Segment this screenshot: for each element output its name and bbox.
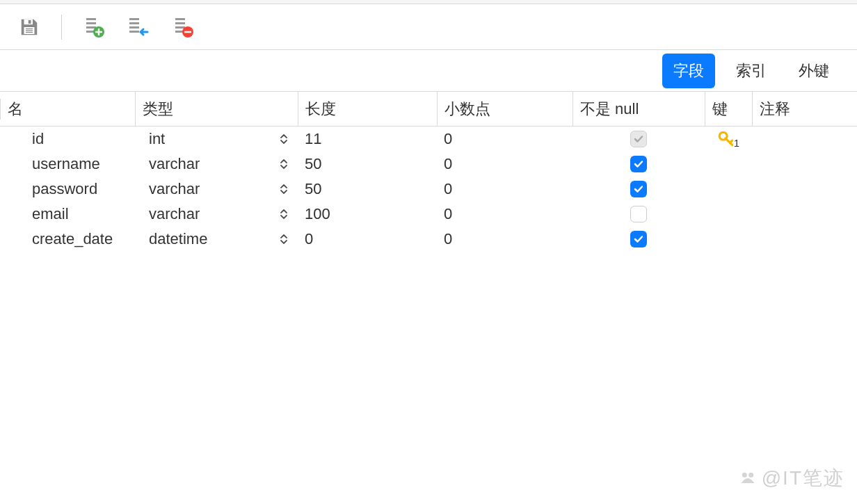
svg-point-27 (748, 473, 753, 478)
svg-rect-1 (29, 20, 31, 24)
not-null-checkbox[interactable] (630, 181, 647, 197)
svg-rect-19 (175, 26, 185, 29)
column-header-key[interactable]: 键 (712, 99, 728, 120)
save-button[interactable] (17, 15, 42, 40)
not-null-checkbox[interactable] (630, 131, 647, 147)
field-decimal-cell[interactable]: 0 (437, 227, 572, 252)
field-type-cell[interactable]: int (135, 127, 270, 152)
field-name-cell[interactable]: create_date (0, 227, 135, 252)
svg-rect-14 (129, 22, 139, 24)
field-name-cell[interactable]: password (0, 177, 135, 202)
delete-row-button[interactable] (170, 15, 195, 40)
field-type-cell[interactable]: varchar (135, 152, 270, 177)
column-header-name[interactable]: 名 (8, 99, 23, 120)
svg-point-26 (742, 473, 747, 478)
field-comment-cell[interactable] (752, 127, 857, 152)
table-body: idint1101usernamevarchar500passwordvarch… (0, 127, 857, 252)
field-type-cell[interactable]: varchar (135, 177, 270, 202)
field-comment-cell[interactable] (752, 177, 857, 202)
field-type-cell[interactable]: varchar (135, 202, 270, 227)
type-stepper[interactable] (280, 234, 288, 245)
svg-line-25 (730, 140, 732, 143)
svg-rect-18 (175, 22, 185, 24)
field-length-cell[interactable]: 11 (298, 127, 437, 152)
svg-rect-16 (129, 31, 139, 33)
watermark: @IT笔迹 (738, 465, 844, 491)
column-header-type[interactable]: 类型 (143, 99, 173, 120)
type-stepper[interactable] (280, 209, 288, 220)
field-length-cell[interactable]: 100 (298, 202, 437, 227)
svg-rect-15 (129, 26, 139, 29)
not-null-checkbox[interactable] (630, 156, 647, 172)
column-header-comment[interactable]: 注释 (760, 99, 790, 120)
type-stepper[interactable] (280, 133, 288, 145)
watermark-text: @IT笔迹 (762, 465, 844, 491)
field-name-cell[interactable]: username (0, 152, 135, 177)
field-decimal-cell[interactable]: 0 (437, 152, 572, 177)
field-length-cell[interactable]: 0 (298, 227, 437, 252)
toolbar (0, 4, 857, 50)
tab-foreign-keys[interactable]: 外键 (787, 54, 840, 88)
type-stepper[interactable] (280, 158, 288, 170)
table-row[interactable]: idint1101 (0, 127, 857, 152)
tab-fields[interactable]: 字段 (662, 54, 715, 88)
not-null-checkbox[interactable] (630, 231, 647, 247)
add-row-button[interactable] (81, 15, 106, 40)
field-decimal-cell[interactable]: 0 (437, 202, 572, 227)
table-row[interactable]: emailvarchar1000 (0, 202, 857, 227)
field-length-cell[interactable]: 50 (298, 177, 437, 202)
column-header-decimal[interactable]: 小数点 (444, 99, 490, 120)
svg-rect-7 (86, 22, 96, 24)
field-type-cell[interactable]: datetime (135, 227, 270, 252)
column-header-notnull[interactable]: 不是 null (580, 99, 639, 120)
insert-row-button[interactable] (126, 15, 151, 40)
column-header-length[interactable]: 长度 (305, 99, 336, 120)
not-null-checkbox[interactable] (630, 206, 647, 222)
field-length-cell[interactable]: 50 (298, 152, 437, 177)
field-comment-cell[interactable] (752, 152, 857, 177)
field-comment-cell[interactable] (752, 227, 857, 252)
table-row[interactable]: create_datedatetime00 (0, 227, 857, 252)
svg-rect-17 (175, 18, 185, 20)
field-name-cell[interactable]: email (0, 202, 135, 227)
table-row[interactable]: usernamevarchar500 (0, 152, 857, 177)
field-decimal-cell[interactable]: 0 (437, 177, 572, 202)
field-decimal-cell[interactable]: 0 (437, 127, 572, 152)
type-stepper[interactable] (280, 184, 288, 195)
svg-rect-8 (86, 26, 96, 29)
field-name-cell[interactable]: id (0, 127, 135, 152)
field-comment-cell[interactable] (752, 202, 857, 227)
toolbar-separator (61, 15, 62, 40)
tabs-bar: 字段 索引 外键 (0, 50, 857, 92)
svg-rect-6 (86, 18, 96, 20)
table-header: 名 类型 长度 小数点 不是 null 键 注释 (0, 92, 857, 127)
tab-indexes[interactable]: 索引 (725, 54, 778, 88)
svg-rect-13 (129, 18, 139, 20)
table-row[interactable]: passwordvarchar500 (0, 177, 857, 202)
primary-key-icon: 1 (717, 130, 739, 149)
